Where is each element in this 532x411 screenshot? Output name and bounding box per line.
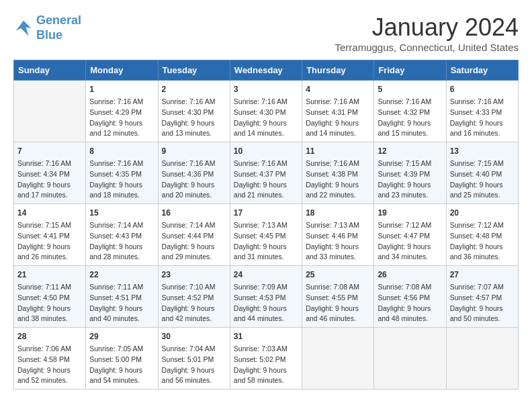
- calendar-cell: [14, 81, 86, 142]
- day-info: Sunrise: 7:11 AMSunset: 4:50 PMDaylight:…: [17, 282, 82, 324]
- svg-marker-0: [16, 20, 32, 36]
- title-section: January 2024 Terramuggus, Connecticut, U…: [335, 13, 519, 53]
- calendar-subtitle: Terramuggus, Connecticut, United States: [335, 42, 519, 53]
- day-number: 30: [162, 330, 226, 342]
- logo: General Blue: [13, 13, 81, 42]
- day-info: Sunrise: 7:08 AMSunset: 4:56 PMDaylight:…: [378, 282, 442, 324]
- calendar-cell: 5Sunrise: 7:16 AMSunset: 4:32 PMDaylight…: [374, 81, 446, 142]
- calendar-cell: 17Sunrise: 7:13 AMSunset: 4:45 PMDayligh…: [230, 204, 302, 266]
- logo-text: General Blue: [36, 13, 81, 42]
- calendar-cell: 25Sunrise: 7:08 AMSunset: 4:55 PMDayligh…: [302, 266, 374, 328]
- day-info: Sunrise: 7:16 AMSunset: 4:30 PMDaylight:…: [234, 97, 298, 139]
- day-info: Sunrise: 7:04 AMSunset: 5:01 PMDaylight:…: [162, 344, 226, 386]
- calendar-cell: 2Sunrise: 7:16 AMSunset: 4:30 PMDaylight…: [158, 81, 230, 142]
- calendar-cell: 19Sunrise: 7:12 AMSunset: 4:47 PMDayligh…: [374, 204, 446, 266]
- day-info: Sunrise: 7:16 AMSunset: 4:32 PMDaylight:…: [378, 97, 442, 139]
- weekday-header-wednesday: Wednesday: [230, 60, 302, 81]
- calendar-cell: 15Sunrise: 7:14 AMSunset: 4:43 PMDayligh…: [86, 204, 158, 266]
- weekday-header-monday: Monday: [86, 60, 158, 81]
- day-info: Sunrise: 7:14 AMSunset: 4:43 PMDaylight:…: [89, 220, 154, 263]
- day-info: Sunrise: 7:16 AMSunset: 4:38 PMDaylight:…: [306, 158, 370, 201]
- calendar-cell: 6Sunrise: 7:16 AMSunset: 4:33 PMDaylight…: [446, 81, 518, 142]
- day-info: Sunrise: 7:15 AMSunset: 4:41 PMDaylight:…: [17, 220, 82, 263]
- day-number: 23: [162, 269, 226, 281]
- calendar-cell: 1Sunrise: 7:16 AMSunset: 4:29 PMDaylight…: [86, 81, 158, 142]
- calendar-cell: 9Sunrise: 7:16 AMSunset: 4:36 PMDaylight…: [158, 142, 230, 204]
- weekday-header-tuesday: Tuesday: [158, 60, 230, 81]
- day-number: 12: [378, 145, 442, 157]
- calendar-cell: 4Sunrise: 7:16 AMSunset: 4:31 PMDaylight…: [302, 81, 374, 142]
- day-info: Sunrise: 7:15 AMSunset: 4:40 PMDaylight:…: [450, 158, 515, 201]
- day-info: Sunrise: 7:16 AMSunset: 4:34 PMDaylight:…: [17, 158, 82, 201]
- calendar-cell: 28Sunrise: 7:06 AMSunset: 4:58 PMDayligh…: [14, 328, 86, 390]
- calendar-cell: 8Sunrise: 7:16 AMSunset: 4:35 PMDaylight…: [86, 142, 158, 204]
- day-info: Sunrise: 7:12 AMSunset: 4:47 PMDaylight:…: [378, 220, 442, 263]
- calendar-title: January 2024: [335, 13, 519, 42]
- logo-bird-icon: [13, 18, 34, 38]
- day-info: Sunrise: 7:03 AMSunset: 5:02 PMDaylight:…: [234, 344, 298, 386]
- day-info: Sunrise: 7:16 AMSunset: 4:29 PMDaylight:…: [89, 97, 154, 139]
- logo-line2: Blue: [36, 28, 81, 43]
- day-number: 4: [306, 83, 370, 95]
- day-number: 20: [450, 207, 515, 219]
- logo-line1: General: [36, 13, 81, 27]
- day-number: 15: [89, 207, 154, 219]
- day-info: Sunrise: 7:15 AMSunset: 4:39 PMDaylight:…: [378, 158, 442, 201]
- day-number: 18: [306, 207, 370, 219]
- day-number: 2: [162, 83, 226, 95]
- day-number: 22: [89, 269, 154, 281]
- calendar-cell: 30Sunrise: 7:04 AMSunset: 5:01 PMDayligh…: [158, 328, 230, 390]
- day-info: Sunrise: 7:14 AMSunset: 4:44 PMDaylight:…: [162, 220, 226, 263]
- day-info: Sunrise: 7:16 AMSunset: 4:30 PMDaylight:…: [162, 97, 226, 139]
- day-info: Sunrise: 7:13 AMSunset: 4:46 PMDaylight:…: [306, 220, 370, 263]
- day-number: 14: [17, 207, 82, 219]
- day-info: Sunrise: 7:12 AMSunset: 4:48 PMDaylight:…: [450, 220, 515, 263]
- week-row-5: 28Sunrise: 7:06 AMSunset: 4:58 PMDayligh…: [14, 328, 519, 390]
- day-info: Sunrise: 7:09 AMSunset: 4:53 PMDaylight:…: [234, 282, 298, 324]
- calendar-cell: 11Sunrise: 7:16 AMSunset: 4:38 PMDayligh…: [302, 142, 374, 204]
- weekday-header-thursday: Thursday: [302, 60, 374, 81]
- calendar-cell: 18Sunrise: 7:13 AMSunset: 4:46 PMDayligh…: [302, 204, 374, 266]
- weekday-header-saturday: Saturday: [446, 60, 518, 81]
- calendar-cell: 27Sunrise: 7:07 AMSunset: 4:57 PMDayligh…: [446, 266, 518, 328]
- calendar-cell: 10Sunrise: 7:16 AMSunset: 4:37 PMDayligh…: [230, 142, 302, 204]
- day-number: 13: [450, 145, 515, 157]
- day-number: 31: [234, 330, 298, 342]
- calendar-cell: 31Sunrise: 7:03 AMSunset: 5:02 PMDayligh…: [230, 328, 302, 390]
- calendar-cell: [446, 328, 518, 390]
- day-info: Sunrise: 7:16 AMSunset: 4:35 PMDaylight:…: [89, 158, 154, 201]
- day-number: 24: [234, 269, 298, 281]
- day-number: 19: [378, 207, 442, 219]
- day-info: Sunrise: 7:05 AMSunset: 5:00 PMDaylight:…: [89, 344, 154, 386]
- day-number: 1: [89, 83, 154, 95]
- day-number: 5: [378, 83, 442, 95]
- calendar-cell: 16Sunrise: 7:14 AMSunset: 4:44 PMDayligh…: [158, 204, 230, 266]
- day-number: 28: [17, 330, 82, 342]
- day-info: Sunrise: 7:16 AMSunset: 4:33 PMDaylight:…: [450, 97, 515, 139]
- day-number: 11: [306, 145, 370, 157]
- week-row-4: 21Sunrise: 7:11 AMSunset: 4:50 PMDayligh…: [14, 266, 519, 328]
- day-number: 26: [378, 269, 442, 281]
- calendar-cell: 12Sunrise: 7:15 AMSunset: 4:39 PMDayligh…: [374, 142, 446, 204]
- day-number: 9: [162, 145, 226, 157]
- day-number: 17: [234, 207, 298, 219]
- calendar-cell: 29Sunrise: 7:05 AMSunset: 5:00 PMDayligh…: [86, 328, 158, 390]
- week-row-1: 1Sunrise: 7:16 AMSunset: 4:29 PMDaylight…: [14, 81, 519, 142]
- header: General Blue January 2024 Terramuggus, C…: [13, 13, 519, 53]
- day-number: 3: [234, 83, 298, 95]
- calendar-cell: [302, 328, 374, 390]
- day-info: Sunrise: 7:10 AMSunset: 4:52 PMDaylight:…: [162, 282, 226, 324]
- calendar-cell: [374, 328, 446, 390]
- day-number: 8: [89, 145, 154, 157]
- day-info: Sunrise: 7:07 AMSunset: 4:57 PMDaylight:…: [450, 282, 515, 324]
- calendar-cell: 21Sunrise: 7:11 AMSunset: 4:50 PMDayligh…: [14, 266, 86, 328]
- day-number: 29: [89, 330, 154, 342]
- day-info: Sunrise: 7:13 AMSunset: 4:45 PMDaylight:…: [234, 220, 298, 263]
- day-number: 6: [450, 83, 515, 95]
- day-number: 16: [162, 207, 226, 219]
- calendar-table: SundayMondayTuesdayWednesdayThursdayFrid…: [13, 60, 519, 390]
- calendar-cell: 24Sunrise: 7:09 AMSunset: 4:53 PMDayligh…: [230, 266, 302, 328]
- day-info: Sunrise: 7:06 AMSunset: 4:58 PMDaylight:…: [17, 344, 82, 386]
- day-number: 25: [306, 269, 370, 281]
- day-number: 7: [17, 145, 82, 157]
